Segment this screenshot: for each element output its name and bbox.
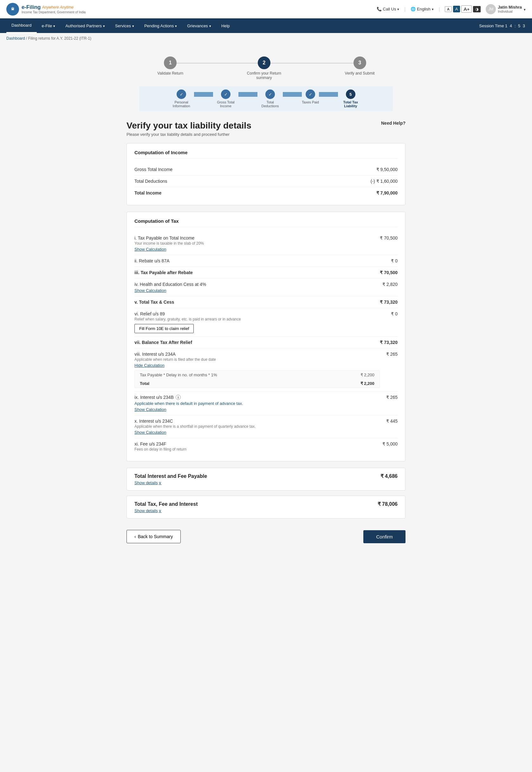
step-2-label: Confirm your Return summary <box>245 71 283 80</box>
user-chevron-icon <box>524 7 526 12</box>
chevron-down-interest-icon: ∨ <box>159 480 162 485</box>
font-large-btn[interactable]: A+ <box>461 5 472 13</box>
total-interest-label: Total Interest and Fee Payable <box>134 473 207 479</box>
total-interest-section: Total Interest and Fee Payable ₹ 4,686 S… <box>127 468 405 490</box>
partners-chevron-icon <box>103 23 105 28</box>
tax-row-ii: ii. Rebate u/s 87A ₹ 0 <box>134 255 398 267</box>
tax-row-viii-value: ₹ 265 <box>380 352 398 357</box>
logo-area: 🏛 e-Filing Anywhere Anytime Income Tax D… <box>6 3 86 16</box>
show-calc-ix-link[interactable]: Show Calculation <box>134 407 166 412</box>
deductions-value: (-) ₹ 1,60,000 <box>371 178 398 184</box>
tax-row-vi: vi. Relief u/s 89 Relief when salary, gr… <box>134 308 398 337</box>
nav-services[interactable]: Services <box>110 18 139 33</box>
nav-grievances[interactable]: Grievances <box>182 18 216 33</box>
tax-row-iii-label: iii. Tax Payable after Rebate <box>134 270 373 275</box>
show-calc-i-link[interactable]: Show Calculation <box>134 247 166 252</box>
tax-row-xi-value: ₹ 5,000 <box>376 441 398 446</box>
tax-row-ii-label: ii. Rebate u/s 87A <box>134 258 385 263</box>
nav-dashboard[interactable]: Dashboard <box>6 18 37 33</box>
nav-authorised-partners[interactable]: Authorised Partners <box>60 18 110 33</box>
logo-sub: Income Tax Department, Government of Ind… <box>22 10 86 14</box>
sub-step-5-circle: 5 <box>346 89 355 99</box>
income-row-total: Total Income ₹ 7,90,000 <box>134 187 398 199</box>
sub-step-5-label: Total Tax Liability <box>338 100 363 108</box>
language-selector[interactable]: 🌐 English <box>411 7 434 11</box>
user-type: Individual <box>498 10 522 13</box>
tax-row-x-label: x. Interest u/s 234C <box>134 418 380 424</box>
tax-row-v: v. Total Tax & Cess ₹ 73,320 <box>134 296 398 308</box>
font-medium-btn[interactable]: A <box>453 6 460 12</box>
call-us-link[interactable]: 📞 Call Us <box>377 7 399 11</box>
globe-icon: 🌐 <box>411 7 416 11</box>
session-timer: Session Time 1 4 : 5 3 <box>479 23 526 28</box>
top-header: 🏛 e-Filing Anywhere Anytime Income Tax D… <box>0 0 532 18</box>
need-help-link[interactable]: Need Help? <box>381 120 405 126</box>
nav-pending-actions[interactable]: Pending Actions <box>139 18 182 33</box>
tax-row-i: i. Tax Payable on Total Income Your inco… <box>134 232 398 255</box>
total-interest-show-details[interactable]: Show details ∨ <box>134 480 398 485</box>
services-chevron-icon <box>132 23 134 28</box>
tax-row-ix-warning: Applicable when there is default in paym… <box>134 401 380 406</box>
tax-row-xi: xi. Fee u/s 234F Fees on delay in filing… <box>134 438 398 455</box>
contrast-btn[interactable]: ◑ <box>473 6 481 12</box>
nav-bar: Dashboard e-File Authorised Partners Ser… <box>0 18 532 33</box>
tax-row-ii-value: ₹ 0 <box>385 258 398 263</box>
total-interest-value: ₹ 4,686 <box>380 473 398 479</box>
back-to-summary-button[interactable]: ‹ Back to Summary <box>127 530 181 543</box>
tax-row-iv-value: ₹ 2,820 <box>376 282 398 287</box>
avatar: JM <box>486 4 496 14</box>
sub-step-3-label: Total Deductions <box>257 100 283 108</box>
calc-sub-label-1: Tax Payable * Delay in no. of months * 1… <box>140 373 217 377</box>
page-title: Verify your tax liability details <box>127 120 251 131</box>
tax-row-i-sublabel: Your income is taxable in the slab of 20… <box>134 241 373 246</box>
tax-row-ix: ix. Interest u/s 234B ℹ Applicable when … <box>134 392 398 415</box>
nav-help[interactable]: Help <box>216 18 235 33</box>
calc-sub-label-total: Total <box>140 381 149 386</box>
step-2-circle: 2 <box>258 56 270 69</box>
grievances-chevron-icon <box>209 23 211 28</box>
tax-row-xi-sublabel: Fees on delay in filing of return <box>134 447 376 451</box>
tax-row-ix-value: ₹ 265 <box>380 395 398 400</box>
tax-row-iii: iii. Tax Payable after Rebate ₹ 70,500 <box>134 267 398 279</box>
tax-row-vii-value: ₹ 73,320 <box>373 340 398 345</box>
hide-calc-viii-link[interactable]: Hide Calculation <box>134 363 165 368</box>
tax-row-viii-sublabel: Applicable when return is filed after th… <box>134 357 380 362</box>
show-calc-iv-link[interactable]: Show Calculation <box>134 288 166 293</box>
logo-text: e-Filing <box>22 4 41 10</box>
gross-income-value: ₹ 9,50,000 <box>376 167 398 172</box>
chevron-down-tax-icon: ∨ <box>159 508 162 513</box>
bottom-bar: ‹ Back to Summary Confirm <box>127 523 405 556</box>
tax-row-iv: iv. Health and Education Cess at 4% Show… <box>134 279 398 296</box>
font-small-btn[interactable]: A <box>445 6 451 12</box>
income-row-gross: Gross Total Income ₹ 9,50,000 <box>134 164 398 175</box>
fill-form-10e-btn[interactable]: Fill Form 10E to claim relief <box>134 324 194 333</box>
pending-chevron-icon <box>175 23 177 28</box>
computation-income-card: Computation of Income Gross Total Income… <box>127 143 405 205</box>
step-1-circle: 1 <box>164 56 177 69</box>
nav-efile[interactable]: e-File <box>37 18 61 33</box>
total-tax-show-details[interactable]: Show details ∨ <box>134 508 398 513</box>
tax-row-x-sublabel: Applicable when there is a shortfall in … <box>134 424 380 429</box>
sub-step-gross-income: ✓ Gross Total Income <box>213 89 238 108</box>
steps-outer: 1 Validate Return 2 Confirm your Return … <box>127 50 405 114</box>
confirm-button[interactable]: Confirm <box>363 530 405 543</box>
user-area[interactable]: JM Jatin Mishra Individual <box>486 4 526 14</box>
total-tax-row: Total Tax, Fee and Interest ₹ 78,006 <box>134 501 398 507</box>
step-3: 3 Verify and Submit <box>345 56 375 80</box>
total-interest-row: Total Interest and Fee Payable ₹ 4,686 <box>134 473 398 479</box>
tax-row-i-value: ₹ 70,500 <box>373 236 398 241</box>
calc-expanded-viii: Tax Payable * Delay in no. of months * 1… <box>134 370 380 388</box>
total-income-label: Total Income <box>134 190 161 196</box>
breadcrumb-home[interactable]: Dashboard <box>6 36 25 41</box>
sub-step-taxes-paid: ✓ Taxes Paid <box>302 89 319 104</box>
user-name: Jatin Mishra <box>498 5 522 10</box>
sub-step-2-label: Gross Total Income <box>213 100 238 108</box>
sub-step-1-label: Personal Information <box>169 100 194 108</box>
total-tax-value: ₹ 78,006 <box>378 501 398 507</box>
calc-sub-value-1: ₹ 2,200 <box>360 373 374 377</box>
step-3-label: Verify and Submit <box>345 71 375 75</box>
step-1-label: Validate Return <box>157 71 183 75</box>
show-calc-x-link[interactable]: Show Calculation <box>134 430 166 435</box>
sub-step-2-circle: ✓ <box>221 89 230 99</box>
computation-income-title: Computation of Income <box>134 150 398 159</box>
